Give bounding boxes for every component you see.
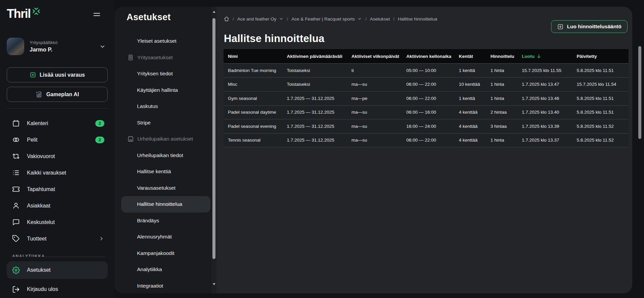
sidebar-item-kirjaudu-ulos[interactable]: Kirjaudu ulos bbox=[7, 282, 108, 297]
add-booking-button[interactable]: Lisää uusi varaus bbox=[7, 67, 108, 82]
sidebar-item-label: Vakiovuorot bbox=[27, 153, 55, 159]
table-header-row: Nimi Aktiivinen päivämääräväli Aktiivise… bbox=[224, 49, 629, 64]
breadcrumb-asetukset[interactable]: Asetukset bbox=[370, 16, 390, 22]
chevron-down-icon bbox=[99, 43, 106, 50]
column-header-luotu-sorted[interactable]: Luotu bbox=[517, 54, 572, 59]
settings-panel-scrollbar[interactable] bbox=[211, 7, 216, 293]
sidebar-item-asiakkaat[interactable]: Asiakkaat bbox=[7, 197, 108, 214]
logout-icon bbox=[12, 286, 20, 293]
settings-item-kampanjakoodit[interactable]: Kampanjakoodit bbox=[114, 245, 211, 262]
sidebar-item-kaikki-varaukset[interactable]: Kaikki varaukset bbox=[7, 164, 108, 181]
column-header-nimi[interactable]: Nimi bbox=[224, 54, 282, 59]
column-header-hinnoittelu[interactable]: Hinnoittelu bbox=[486, 54, 517, 59]
column-header-kellonaika[interactable]: Aktiivinen kellonaika bbox=[402, 54, 454, 59]
settings-item-analytiikka[interactable]: Analytiikka bbox=[114, 261, 211, 278]
plus-square-icon bbox=[30, 72, 36, 78]
sidebar-item-label: Kirjaudu ulos bbox=[27, 286, 58, 292]
breadcrumb-separator: / bbox=[365, 16, 367, 22]
home-icon[interactable] bbox=[224, 16, 229, 22]
app-card: Asetukset Yleiset asetukset Yritysasetuk… bbox=[114, 7, 632, 293]
create-pricing-rule-button[interactable]: Luo hinnoittelusääntö bbox=[551, 20, 628, 33]
settings-group-urheilupaikan-asetukset: Urheilupaikan asetukset bbox=[114, 131, 211, 147]
sidebar-item-label: Asetukset bbox=[27, 267, 50, 273]
sidebar-item-tapahtumat[interactable]: Tapahtumat bbox=[7, 181, 108, 197]
sidebar-item-label: Tapahtumat bbox=[27, 186, 55, 192]
sidebar-item-asetukset[interactable]: Asetukset bbox=[7, 261, 108, 279]
scroll-up-icon[interactable] bbox=[211, 11, 216, 13]
settings-item-varausasetukset[interactable]: Varausasetukset bbox=[114, 180, 211, 196]
settings-item-yleiset-asetukset[interactable]: Yleiset asetukset bbox=[114, 33, 211, 49]
list-icon bbox=[12, 169, 20, 177]
sidebar-item-label: Keskustelut bbox=[27, 219, 55, 225]
pelit-badge: 2 bbox=[95, 137, 104, 143]
page-title: Hallitse hinnoittelua bbox=[224, 33, 325, 45]
column-header-kentat[interactable]: Kentät bbox=[454, 54, 486, 59]
settings-item-kayttajien-hallinta[interactable]: Käyttäjien hallinta bbox=[114, 82, 211, 99]
settings-group-label: Urheilupaikan asetukset bbox=[137, 136, 193, 142]
primary-nav: Kalenteri 2 Pelit 2 Vakiovuorot bbox=[7, 115, 108, 247]
storefront-icon bbox=[127, 136, 134, 142]
building-icon bbox=[127, 54, 134, 61]
sidebar-item-label: Pelit bbox=[27, 137, 37, 143]
main-content: / Ace and feather Oy / Ace & Feather | R… bbox=[216, 7, 632, 293]
gameplan-ai-button[interactable]: Gameplan AI bbox=[7, 87, 108, 102]
settings-group-label: Yritysasetukset bbox=[137, 54, 173, 61]
settings-item-alennusryhmat[interactable]: Alennusryhmät bbox=[114, 229, 211, 245]
logo[interactable]: Thril bbox=[7, 7, 40, 21]
table-row[interactable]: Badminton Tue morning Toistaiseksi ti 05… bbox=[224, 64, 629, 78]
settings-panel-title: Asetukset bbox=[127, 12, 211, 23]
create-pricing-rule-label: Luo hinnoittelusääntö bbox=[567, 24, 621, 30]
sidebar-item-kalenteri[interactable]: Kalenteri 2 bbox=[7, 115, 108, 132]
settings-item-yrityksen-tiedot[interactable]: Yrityksen tiedot bbox=[114, 66, 211, 82]
breadcrumb-separator: / bbox=[233, 16, 234, 22]
sidebar-item-label: Tuotteet bbox=[27, 236, 46, 242]
table-row[interactable]: Padel seasonal evening 1.7.2025 — 31.12.… bbox=[224, 119, 629, 134]
chat-bubble-icon bbox=[12, 218, 20, 226]
sidebar-item-label: Kalenteri bbox=[27, 120, 48, 126]
window-scrollbar-thumb[interactable] bbox=[638, 46, 641, 139]
menu-icon[interactable] bbox=[93, 11, 100, 17]
divider bbox=[7, 108, 108, 109]
breadcrumb-separator: / bbox=[287, 16, 288, 22]
settings-item-hallitse-hinnoittelua[interactable]: Hallitse hinnoittelua bbox=[121, 196, 210, 213]
settings-item-urheilupaikan-tiedot[interactable]: Urheilupaikan tiedot bbox=[114, 147, 211, 164]
sidebar-item-label: Kaikki varaukset bbox=[27, 170, 66, 176]
sidebar-item-keskustelut[interactable]: Keskustelut bbox=[7, 214, 108, 230]
table-row[interactable]: Misc Toistaiseksi ma—su 06:00 — 22:00 10… bbox=[224, 78, 629, 92]
column-header-paivamaaravali[interactable]: Aktiivinen päivämääräväli bbox=[282, 54, 347, 59]
user-menu[interactable]: Yrityspäällikkö Jarmo P. bbox=[7, 38, 108, 55]
sidebar-item-pelit[interactable]: Pelit 2 bbox=[7, 132, 108, 148]
settings-item-laskutus[interactable]: Laskutus bbox=[114, 98, 211, 115]
table-row[interactable]: Padel seasonal daytime 1.7.2025 — 31.12.… bbox=[224, 106, 629, 120]
table-row[interactable]: Tennis seasonal 1.7.2025 — 31.12.2025 ma… bbox=[224, 134, 629, 148]
settings-group-yritysasetukset: Yritysasetukset bbox=[114, 49, 211, 66]
sidebar-item-tuotteet[interactable]: Tuotteet bbox=[7, 230, 108, 247]
gear-icon bbox=[12, 266, 20, 274]
settings-item-stripe[interactable]: Stripe bbox=[114, 115, 211, 131]
settings-item-hallitse-kenttia[interactable]: Hallitse kenttiä bbox=[114, 163, 211, 180]
breadcrumb-separator: / bbox=[393, 16, 395, 22]
settings-item-integraatiot[interactable]: Integraatiot bbox=[114, 278, 211, 294]
sidebar-item-vakiovuorot[interactable]: Vakiovuorot bbox=[7, 148, 108, 164]
breadcrumb-current: Hallitse hinnoittelua bbox=[398, 16, 437, 22]
settings-item-brandays[interactable]: Brändäys bbox=[114, 213, 211, 229]
column-header-paivitetty[interactable]: Päivitetty bbox=[572, 54, 629, 59]
games-circles-icon bbox=[12, 136, 20, 144]
scroll-down-icon[interactable] bbox=[211, 283, 216, 285]
breadcrumb-company[interactable]: Ace and feather Oy bbox=[237, 16, 283, 22]
sidebar-item-label: Asiakkaat bbox=[27, 203, 50, 209]
gameplan-ai-label: Gameplan AI bbox=[46, 91, 79, 98]
logo-text: Thril bbox=[7, 7, 31, 21]
sparkle-document-icon bbox=[35, 91, 42, 98]
table-row[interactable]: Gym seasonal 1.7.2025 — 31.12.2025 ma—pe… bbox=[224, 91, 629, 106]
repeat-icon bbox=[12, 152, 20, 160]
scrollbar-thumb[interactable] bbox=[212, 18, 215, 259]
user-role: Yrityspäällikkö bbox=[30, 40, 99, 45]
section-label-analytiikka: ANALYTIIKKA bbox=[12, 253, 108, 257]
column-header-viikonpaivat[interactable]: Aktiiviset viikonpäivät bbox=[347, 54, 402, 59]
breadcrumb-venue[interactable]: Ace & Feather | Racquet sports bbox=[292, 16, 362, 22]
chevron-right-icon bbox=[99, 236, 104, 241]
kalenteri-badge: 2 bbox=[95, 120, 104, 127]
tag-icon bbox=[12, 235, 20, 243]
breadcrumb: / Ace and feather Oy / Ace & Feather | R… bbox=[224, 16, 437, 22]
